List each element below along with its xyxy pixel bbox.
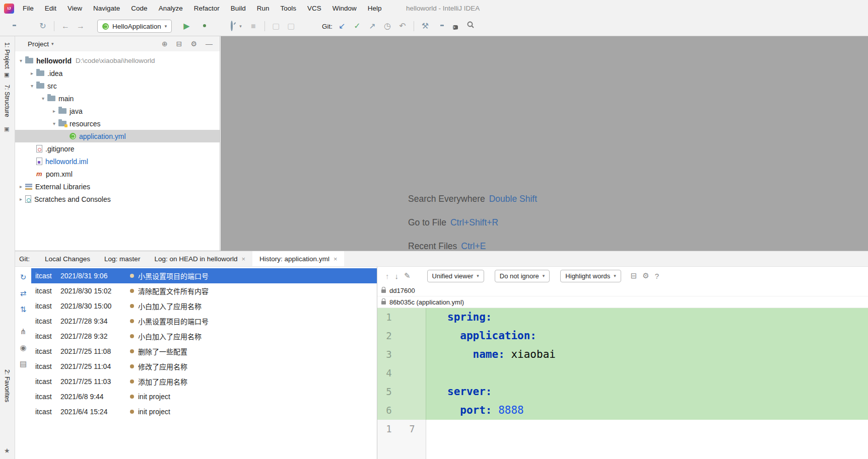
- tree-item-application-yml[interactable]: application.yml: [15, 130, 220, 142]
- refresh-icon[interactable]: ↻: [20, 273, 27, 282]
- line-number-after: [400, 308, 424, 327]
- revision-row[interactable]: dd17600: [377, 285, 868, 296]
- commit-row[interactable]: itcast2021/7/25 11:03添加了应用名称: [31, 374, 377, 389]
- terminal-icon[interactable]: >_: [448, 20, 463, 32]
- back-icon[interactable]: ←: [58, 20, 73, 32]
- profiler-chevron-icon[interactable]: ▾: [239, 24, 242, 29]
- menu-window[interactable]: Window: [327, 0, 362, 17]
- menu-code[interactable]: Code: [125, 0, 153, 17]
- locate-file-icon[interactable]: ⊕: [162, 40, 168, 48]
- diff-line: 5server:: [377, 382, 868, 401]
- caret-down-icon[interactable]: ▾: [39, 96, 47, 101]
- commit-row[interactable]: itcast2021/7/25 11:08删除了一些配置: [31, 344, 377, 359]
- commit-row[interactable]: itcast2021/7/25 11:04修改了应用名称: [31, 359, 377, 374]
- tree-item-scratches-and-consoles[interactable]: ▸Scratches and Consoles: [15, 193, 220, 205]
- git-history-icon[interactable]: ◷: [380, 20, 395, 32]
- revision-row[interactable]: 86b035c (application.yml): [377, 296, 868, 308]
- commit-row[interactable]: itcast2021/6/8 9:44init project: [31, 389, 377, 404]
- collapse-unchanged-icon[interactable]: ⊟: [631, 271, 637, 280]
- commit-row[interactable]: itcast2021/7/28 9:34小黑设置项目的端口号: [31, 314, 377, 329]
- help-icon[interactable]: ?: [655, 272, 659, 280]
- menu-edit[interactable]: Edit: [39, 0, 62, 17]
- menu-run[interactable]: Run: [251, 0, 275, 17]
- structure-tool-icon[interactable]: ▣: [4, 126, 9, 132]
- settings-wrench-icon[interactable]: ⚒: [418, 20, 433, 32]
- tool-stripe-project[interactable]: 1: Project: [4, 42, 11, 69]
- caret-right-icon[interactable]: ▸: [17, 184, 25, 189]
- folder-res-icon: [58, 121, 66, 126]
- run-button[interactable]: ▶: [179, 20, 194, 32]
- commit-node-icon: [130, 289, 134, 293]
- gear-icon[interactable]: ⚙: [190, 40, 197, 48]
- caret-right-icon[interactable]: ▸: [17, 196, 25, 202]
- tree-item-resources[interactable]: ▾resources: [15, 117, 220, 130]
- search-icon[interactable]: [463, 20, 478, 32]
- file-iml-icon: [36, 158, 42, 165]
- compare-branches-icon[interactable]: ⇄: [20, 289, 27, 298]
- project-panel-title[interactable]: Project: [28, 40, 49, 48]
- close-icon[interactable]: ×: [333, 255, 338, 263]
- menu-file[interactable]: File: [17, 0, 39, 17]
- tool-stripe-structure[interactable]: 7: Structure: [4, 85, 11, 117]
- caret-down-icon[interactable]: ▾: [28, 83, 36, 89]
- previous-change-icon[interactable]: ↑: [385, 272, 389, 280]
- git-commit-icon[interactable]: ✓: [350, 20, 365, 32]
- commit-row[interactable]: itcast2021/8/30 15:00小白加入了应用名称: [31, 298, 377, 314]
- caret-right-icon[interactable]: ▸: [50, 108, 58, 114]
- tab-local-changes[interactable]: Local Changes: [38, 251, 97, 266]
- git-push-icon[interactable]: ↗: [365, 20, 380, 32]
- caret-down-icon[interactable]: ▾: [50, 121, 58, 126]
- menu-vcs[interactable]: VCS: [302, 0, 327, 17]
- menu-tools[interactable]: Tools: [275, 0, 302, 17]
- tree-item-external-libraries[interactable]: ▸External Libraries: [15, 180, 220, 193]
- tab-log-on-head-in-helloworld[interactable]: Log: on HEAD in helloworld×: [147, 251, 252, 266]
- chevron-down-icon[interactable]: ▾: [51, 41, 54, 46]
- caret-right-icon[interactable]: ▸: [28, 70, 36, 76]
- tree-item-main[interactable]: ▾main: [15, 92, 220, 105]
- menu-analyze[interactable]: Analyze: [153, 0, 188, 17]
- forward-icon[interactable]: →: [73, 20, 88, 32]
- commit-date: 2021/8/30 15:00: [60, 302, 130, 310]
- tool-stripe-favorites[interactable]: 2: Favorites: [4, 369, 11, 402]
- favorites-star-icon[interactable]: ★: [4, 447, 10, 454]
- profiler-button[interactable]: [224, 20, 239, 32]
- highlight-mode-select[interactable]: Highlight words ▾: [560, 270, 621, 282]
- tree-item-java[interactable]: ▸java: [15, 105, 220, 117]
- menu-build[interactable]: Build: [225, 0, 251, 17]
- tab-log-master[interactable]: Log: master: [97, 251, 147, 266]
- menu-help[interactable]: Help: [362, 0, 387, 17]
- menu-navigate[interactable]: Navigate: [88, 0, 125, 17]
- git-update-icon[interactable]: ↙: [335, 20, 350, 32]
- close-icon[interactable]: ×: [241, 255, 245, 263]
- show-in-editor-icon[interactable]: ▤: [20, 359, 27, 368]
- diff-settings-gear-icon[interactable]: ⚙: [642, 271, 649, 280]
- menu-refactor[interactable]: Refactor: [188, 0, 225, 17]
- commit-row[interactable]: itcast2021/8/31 9:06小黑设置项目的端口号: [31, 268, 377, 283]
- commit-row[interactable]: itcast2021/7/28 9:32小白加入了应用名称: [31, 329, 377, 344]
- tree-item-gitignore[interactable]: .gitignore: [15, 142, 220, 155]
- tab-history-application-yml[interactable]: History: application.yml×: [252, 251, 344, 266]
- viewer-mode-select[interactable]: Unified viewer ▾: [427, 270, 484, 282]
- run-configuration-select[interactable]: HelloApplication ▾: [97, 20, 172, 33]
- tree-item-idea[interactable]: ▸.idea: [15, 67, 220, 80]
- next-change-icon[interactable]: ↓: [395, 272, 399, 280]
- sync-icon[interactable]: ↻: [35, 20, 50, 32]
- tree-item-helloworld[interactable]: ▾helloworldD:\code\xiaobai\helloworld: [15, 54, 220, 67]
- tree-item-pom-xml[interactable]: mpom.xml: [15, 168, 220, 180]
- commit-row[interactable]: itcast2021/6/4 15:24init project: [31, 404, 377, 419]
- whitespace-ignore-select[interactable]: Do not ignore ▾: [495, 270, 550, 282]
- commit-row[interactable]: itcast2021/8/30 15:02清除配置文件所有内容: [31, 283, 377, 298]
- branch-icon[interactable]: ⋔: [20, 327, 27, 336]
- hide-panel-icon[interactable]: —: [206, 40, 213, 48]
- project-tool-icon[interactable]: ▣: [4, 71, 9, 78]
- preview-diff-eye-icon[interactable]: ◉: [20, 343, 26, 352]
- collapse-all-icon[interactable]: ⊟: [176, 40, 182, 48]
- tree-item-src[interactable]: ▾src: [15, 80, 220, 92]
- compare-revisions-icon[interactable]: ⇅: [20, 305, 27, 314]
- tree-item-helloworld-iml[interactable]: helloworld.iml: [15, 155, 220, 168]
- caret-down-icon[interactable]: ▾: [17, 58, 25, 63]
- jump-to-source-icon[interactable]: ✎: [404, 271, 411, 280]
- hint-shortcut: Ctrl+Shift+R: [450, 217, 498, 227]
- menu-view[interactable]: View: [62, 0, 88, 17]
- git-rollback-icon[interactable]: ↶: [395, 20, 410, 32]
